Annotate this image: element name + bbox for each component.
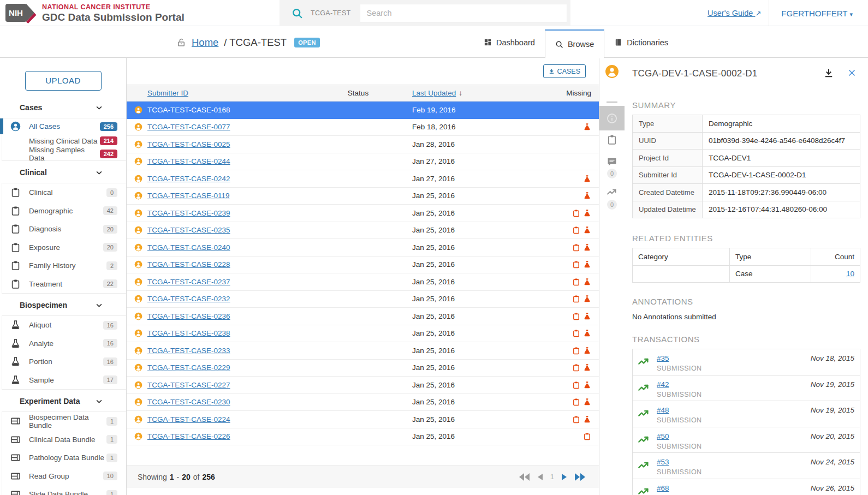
breadcrumb-home-link[interactable]: Home <box>192 37 218 49</box>
table-row[interactable]: TCGA-TEST-CASE-0119 Jan 25, 2016 <box>127 188 599 205</box>
case-last-updated: Jan 25, 2016 <box>399 312 528 320</box>
case-link[interactable]: TCGA-TEST-CASE-0242 <box>147 175 230 183</box>
next-page-button[interactable] <box>561 473 567 481</box>
table-row[interactable]: TCGA-TEST-CASE-0228 Jan 25, 2016 <box>127 257 599 274</box>
close-icon[interactable] <box>848 69 856 77</box>
tab-dashboard[interactable]: Dashboard <box>474 27 545 58</box>
case-link[interactable]: TCGA-TEST-CASE-0230 <box>147 398 230 406</box>
sidebar-item-label: Missing Samples Data <box>29 146 100 162</box>
table-row[interactable]: TCGA-TEST-CASE-0229 Jan 25, 2016 <box>127 360 599 377</box>
transaction-id-link[interactable]: #53 <box>657 458 669 466</box>
missing-clinical-icon <box>572 347 580 355</box>
sidebar-item[interactable]: Analyte 16 <box>2 335 126 353</box>
missing-samples-icon <box>583 363 591 372</box>
sidebar-item[interactable]: Demographic 42 <box>2 202 126 220</box>
sidebar-item[interactable]: Missing Samples Data 242 <box>2 147 126 160</box>
first-page-button[interactable] <box>519 473 530 481</box>
case-link[interactable]: TCGA-TEST-CASE-0239 <box>147 209 230 217</box>
case-link[interactable]: TCGA-TEST-CASE-0226 <box>147 432 230 440</box>
case-link[interactable]: TCGA-TEST-CASE-0168 <box>147 106 230 114</box>
case-link[interactable]: TCGA-TEST-CASE-0077 <box>147 123 230 131</box>
case-link[interactable]: TCGA-TEST-CASE-0240 <box>147 243 230 252</box>
export-cases-button[interactable]: CASES <box>543 64 586 78</box>
table-row[interactable]: TCGA-TEST-CASE-0230 Jan 25, 2016 <box>127 394 599 411</box>
table-row[interactable]: TCGA-TEST-CASE-0237 Jan 25, 2016 <box>127 273 599 291</box>
section-header-biospecimen[interactable]: Biospecimen <box>0 298 126 312</box>
case-link[interactable]: TCGA-TEST-CASE-0237 <box>147 278 230 286</box>
transaction-id-link[interactable]: #68 <box>657 484 669 492</box>
table-row[interactable]: TCGA-TEST-CASE-0239 Jan 25, 2016 <box>127 205 599 222</box>
case-link[interactable]: TCGA-TEST-CASE-0238 <box>147 329 230 337</box>
comments-tab-icon[interactable] <box>607 156 617 167</box>
transaction-id-link[interactable]: #35 <box>657 354 669 362</box>
case-link[interactable]: TCGA-TEST-CASE-0227 <box>147 381 230 389</box>
missing-clinical-icon <box>572 398 580 406</box>
table-row[interactable]: TCGA-TEST-CASE-0168 Feb 19, 2016 <box>127 102 599 119</box>
sidebar-item[interactable]: Diagnosis 20 <box>2 220 126 238</box>
project-nav-bar: Home / TCGA-TEST OPEN Dashboard Browse D… <box>0 27 868 58</box>
transaction-id-link[interactable]: #48 <box>657 406 669 414</box>
table-row[interactable]: TCGA-TEST-CASE-0244 Jan 27, 2016 <box>127 153 599 171</box>
sidebar-item[interactable]: Slide Data Bundle 1 <box>2 485 126 495</box>
user-menu[interactable]: FGERTHOFFERT▾ <box>769 9 868 18</box>
table-row[interactable]: TCGA-TEST-CASE-0025 Jan 28, 2016 <box>127 136 599 153</box>
case-link[interactable]: TCGA-TEST-CASE-0233 <box>147 347 230 355</box>
case-link[interactable]: TCGA-TEST-CASE-0228 <box>147 260 230 269</box>
sidebar-item[interactable]: Sample 17 <box>2 371 126 390</box>
table-row[interactable]: TCGA-TEST-CASE-0232 Jan 25, 2016 <box>127 291 599 308</box>
case-link[interactable]: TCGA-TEST-CASE-0025 <box>147 140 230 148</box>
missing-samples-icon <box>583 329 591 337</box>
sidebar-item[interactable]: Treatment 22 <box>2 275 126 294</box>
case-link[interactable]: TCGA-TEST-CASE-0232 <box>147 295 230 303</box>
column-submitter-id[interactable]: Submitter ID <box>147 89 188 97</box>
section-header-experiment-data[interactable]: Experiment Data <box>0 394 126 408</box>
prev-page-button[interactable] <box>537 473 543 481</box>
sidebar-item[interactable]: Biospecimen Data Bundle 1 <box>2 412 126 431</box>
case-link[interactable]: TCGA-TEST-CASE-0229 <box>147 363 230 372</box>
table-row[interactable]: TCGA-TEST-CASE-0238 Jan 25, 2016 <box>127 325 599 343</box>
sidebar-item[interactable]: Read Group 10 <box>2 467 126 486</box>
users-guide-link[interactable]: User's Guide ↗ <box>708 9 761 17</box>
download-entity-icon[interactable] <box>823 68 834 79</box>
case-link[interactable]: TCGA-TEST-CASE-0235 <box>147 226 230 234</box>
table-row[interactable]: TCGA-TEST-CASE-0077 Feb 18, 2016 <box>127 119 599 136</box>
sidebar-item[interactable]: Family History 2 <box>2 257 126 275</box>
table-row[interactable]: TCGA-TEST-CASE-0235 Jan 25, 2016 <box>127 222 599 240</box>
transaction-id-link[interactable]: #42 <box>657 380 669 389</box>
related-count-link[interactable]: 10 <box>846 270 854 278</box>
external-link-icon: ↗ <box>755 9 761 17</box>
table-row[interactable]: TCGA-TEST-CASE-0242 Jan 27, 2016 <box>127 170 599 188</box>
table-row[interactable]: TCGA-TEST-CASE-0233 Jan 25, 2016 <box>127 342 599 360</box>
tab-browse[interactable]: Browse <box>545 29 604 58</box>
column-last-updated[interactable]: Last Updated <box>412 89 456 97</box>
last-page-button[interactable] <box>574 473 586 481</box>
transactions-tab-icon[interactable] <box>607 187 617 198</box>
search-input[interactable] <box>360 4 567 22</box>
sidebar-item[interactable]: Exposure 20 <box>2 238 126 257</box>
section-header-cases[interactable]: Cases <box>0 100 126 115</box>
sidebar-item[interactable]: Aliquot 16 <box>2 316 126 335</box>
table-row[interactable]: TCGA-TEST-CASE-0224 Jan 25, 2016 <box>127 411 599 428</box>
table-row[interactable]: TCGA-TEST-CASE-0226 Jan 25, 2016 <box>127 428 599 446</box>
clipboard-tab-icon[interactable] <box>607 134 617 145</box>
details-tab-icon[interactable] <box>599 106 625 130</box>
table-row[interactable]: TCGA-TEST-CASE-0236 Jan 25, 2016 <box>127 308 599 325</box>
sidebar-item[interactable]: Clinical Data Bundle 1 <box>2 431 126 449</box>
case-link[interactable]: TCGA-TEST-CASE-0119 <box>147 192 230 200</box>
tab-dictionaries[interactable]: Dictionaries <box>604 27 678 58</box>
case-last-updated: Jan 25, 2016 <box>399 398 528 406</box>
case-link[interactable]: TCGA-TEST-CASE-0224 <box>147 415 230 424</box>
sidebar-item[interactable]: All Cases 256 <box>2 118 126 134</box>
upload-button[interactable]: UPLOAD <box>25 71 102 91</box>
table-row[interactable]: TCGA-TEST-CASE-0240 Jan 25, 2016 <box>127 239 599 257</box>
case-link[interactable]: TCGA-TEST-CASE-0244 <box>147 157 230 165</box>
transaction-date: Nov 20, 2015 <box>811 432 854 440</box>
sidebar-item[interactable]: Pathology Data Bundle 1 <box>2 449 126 467</box>
case-link[interactable]: TCGA-TEST-CASE-0236 <box>147 312 230 320</box>
sidebar-item[interactable]: Clinical 0 <box>2 183 126 202</box>
transaction-id-link[interactable]: #50 <box>657 432 669 440</box>
section-header-clinical[interactable]: Clinical <box>0 165 126 180</box>
sidebar-item[interactable]: Portion 16 <box>2 353 126 371</box>
table-row[interactable]: TCGA-TEST-CASE-0227 Jan 25, 2016 <box>127 377 599 394</box>
breadcrumb: Home / TCGA-TEST OPEN <box>176 27 320 58</box>
